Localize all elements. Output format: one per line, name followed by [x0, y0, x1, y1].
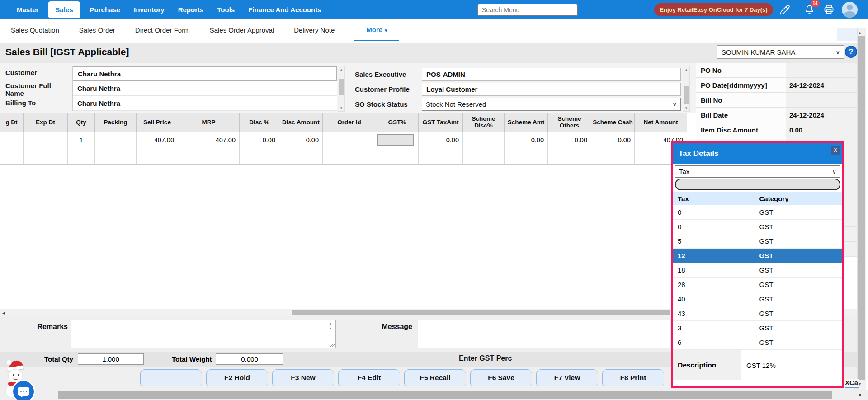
- customer-field[interactable]: Charu Nethra: [73, 66, 337, 81]
- scroll-up-icon[interactable]: ▴: [859, 30, 861, 36]
- tax-row[interactable]: 0GST: [673, 220, 842, 234]
- tax-row[interactable]: 43GST: [673, 306, 842, 321]
- cell-packing[interactable]: [95, 132, 137, 148]
- salesman-select[interactable]: SOUMIN KUMAR SAHA ∨: [717, 45, 844, 59]
- cell-g-dt[interactable]: [0, 148, 24, 165]
- scroll-left-icon[interactable]: ◂: [2, 310, 5, 316]
- cell-scheme-amt[interactable]: [505, 148, 548, 165]
- cell-gst-taxamt[interactable]: 0.00: [419, 132, 463, 148]
- scrollbar-thumb[interactable]: [339, 79, 344, 95]
- help-icon[interactable]: ?: [845, 46, 857, 58]
- scroll-up-icon[interactable]: ▴: [338, 67, 344, 72]
- tab-direct-order-form[interactable]: Direct Order Form: [135, 19, 190, 41]
- button-f2-hold[interactable]: F2 Hold: [206, 369, 268, 386]
- cell-scheme-cash[interactable]: [591, 148, 635, 165]
- nav-item-finance-and-accounts[interactable]: Finance And Accounts: [241, 0, 328, 19]
- trial-promo-button[interactable]: Enjoy RetailEasy OnCloud for 7 Day(s): [654, 3, 773, 16]
- customer-profile-input[interactable]: [422, 83, 681, 96]
- tab-delivery-note[interactable]: Delivery Note: [294, 19, 335, 41]
- grid-hscrollbar-thumb[interactable]: [292, 310, 670, 315]
- customer-panel-scrollbar[interactable]: ▴ ▾: [338, 66, 345, 112]
- scroll-right-icon[interactable]: ▸: [859, 391, 862, 398]
- tab-more[interactable]: More▾: [354, 19, 399, 41]
- page-hscrollbar-thumb[interactable]: [58, 391, 832, 399]
- tax-row[interactable]: 18GST: [673, 263, 842, 278]
- total-weight-input[interactable]: [216, 353, 283, 365]
- message-textarea[interactable]: [418, 320, 670, 348]
- cell-disc-amount[interactable]: [279, 148, 323, 165]
- nav-item-tools[interactable]: Tools: [210, 0, 241, 19]
- nav-item-sales[interactable]: Sales: [48, 1, 80, 18]
- printer-icon[interactable]: [823, 4, 835, 16]
- tax-row[interactable]: 3GST: [673, 321, 842, 335]
- button-f6-save[interactable]: F6 Save: [470, 369, 532, 386]
- button-f8-print[interactable]: F8 Print: [602, 369, 664, 386]
- cell-gst[interactable]: [376, 148, 419, 165]
- cell-qty[interactable]: 1: [68, 132, 95, 148]
- nav-item-inventory[interactable]: Inventory: [127, 0, 171, 19]
- tab-sales-order-approval[interactable]: Sales Order Approval: [210, 19, 274, 41]
- tax-row[interactable]: 40GST: [673, 292, 842, 306]
- cell-disc-amount[interactable]: 0.00: [279, 132, 323, 148]
- cell-qty[interactable]: [68, 148, 95, 165]
- chat-bubble-icon[interactable]: [12, 380, 35, 400]
- so-stock-status-select[interactable]: Stock Not Reserved∨: [422, 98, 681, 111]
- scroll-down-icon[interactable]: ▾: [683, 106, 689, 110]
- cell-disc[interactable]: 0.00: [240, 132, 279, 148]
- button-f5-recall[interactable]: F5 Recall: [404, 369, 466, 386]
- customer-full-name-field[interactable]: Charu Nethra: [73, 81, 337, 96]
- cell-scheme-cash[interactable]: 0.00: [591, 132, 635, 148]
- cell-sell-price[interactable]: 407.00: [137, 132, 178, 148]
- resize-grip-icon[interactable]: [330, 343, 335, 347]
- cancel-button-fragment[interactable]: XCan: [845, 379, 859, 388]
- tax-row[interactable]: 0GST: [673, 205, 842, 220]
- billing-to-field[interactable]: Charu Nethra: [73, 96, 337, 111]
- tax-search-input[interactable]: [675, 179, 840, 190]
- cell-disc[interactable]: [240, 148, 279, 165]
- nav-item-purchase[interactable]: Purchase: [83, 0, 127, 19]
- cell-scheme-disc[interactable]: [463, 148, 505, 165]
- cell-mrp[interactable]: [178, 148, 240, 165]
- spinner-up-icon[interactable]: ▴: [330, 321, 331, 325]
- button-f3-new[interactable]: F3 New: [272, 369, 334, 386]
- cell-scheme-others[interactable]: [548, 148, 591, 165]
- cell-mrp[interactable]: 407.00: [178, 132, 240, 148]
- cell-scheme-amt[interactable]: 0.00: [505, 132, 548, 148]
- user-avatar[interactable]: [842, 2, 858, 18]
- button-blank[interactable]: [140, 369, 202, 386]
- cell-scheme-disc[interactable]: [463, 132, 505, 148]
- executive-panel-scrollbar[interactable]: ▴ ▾: [683, 66, 690, 112]
- spinner-down-icon[interactable]: ▾: [330, 326, 331, 330]
- tax-row[interactable]: 28GST: [673, 278, 842, 292]
- cell-order-id[interactable]: [323, 148, 376, 165]
- button-f7-view[interactable]: F7 View: [536, 369, 598, 386]
- active-cell-editor[interactable]: [377, 134, 414, 146]
- nav-item-master[interactable]: Master: [10, 0, 45, 19]
- button-f4-edit[interactable]: F4 Edit: [338, 369, 400, 386]
- cell-packing[interactable]: [95, 148, 137, 165]
- remarks-textarea[interactable]: [71, 320, 336, 348]
- cell-sell-price[interactable]: [137, 148, 178, 165]
- tax-row[interactable]: 6GST: [673, 335, 842, 350]
- close-icon[interactable]: X: [831, 146, 840, 155]
- tax-filter-select[interactable]: Tax ∨: [675, 165, 840, 178]
- nav-item-reports[interactable]: Reports: [171, 0, 211, 19]
- tab-sales-order[interactable]: Sales Order: [79, 19, 115, 41]
- scrollbar-thumb[interactable]: [684, 86, 689, 104]
- scroll-down-icon[interactable]: ▾: [859, 381, 861, 387]
- scroll-up-icon[interactable]: ▴: [683, 67, 689, 72]
- total-qty-input[interactable]: [78, 353, 144, 365]
- paintbrush-icon[interactable]: [779, 4, 791, 16]
- tax-row[interactable]: 12GST: [673, 249, 842, 263]
- tax-row[interactable]: 5GST: [673, 234, 842, 249]
- search-input[interactable]: [477, 4, 578, 16]
- cell-gst[interactable]: [376, 132, 419, 148]
- cell-exp-dt[interactable]: [24, 132, 68, 148]
- cell-g-dt[interactable]: [0, 132, 24, 148]
- tab-sales-quotation[interactable]: Sales Quotation: [11, 19, 59, 41]
- cell-order-id[interactable]: [323, 132, 376, 148]
- cell-exp-dt[interactable]: [24, 148, 68, 165]
- cell-gst-taxamt[interactable]: [419, 148, 463, 165]
- scroll-down-icon[interactable]: ▾: [338, 106, 344, 110]
- sales-executive-input[interactable]: [422, 68, 681, 81]
